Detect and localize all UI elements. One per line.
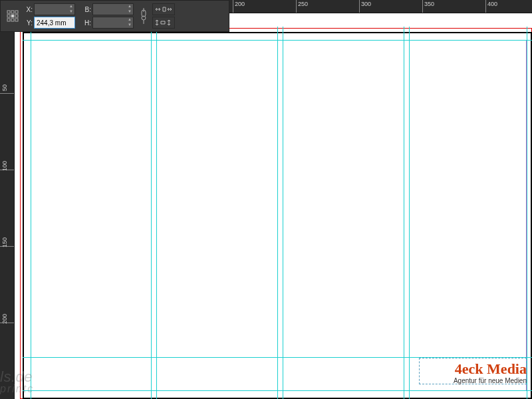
y-label: Y: [23,19,33,27]
logo-sub-text: Agentur für neue Medien [420,377,527,384]
transform-control-bar: X: ▲▼ Y: 244,3 mm B: ▲▼ H: ▲▼ [0,0,229,32]
ruler-tick-label: 100 [1,161,8,171]
watermark: ls.de printc [0,368,34,395]
ruler-tick-label: 300 [361,1,371,7]
svg-rect-5 [15,15,18,17]
svg-rect-6 [7,19,10,21]
svg-rect-8 [15,19,18,21]
y-value: 244,3 mm [37,19,66,27]
horizontal-ruler[interactable]: 200 250 300 350 400 [229,0,532,13]
ruler-tick-label: 150 [1,237,8,247]
logo-block[interactable]: 4eck Media Agentur für neue Medien [420,362,527,384]
height-input[interactable]: ▲▼ [92,17,134,29]
y-input[interactable]: 244,3 mm [34,17,75,29]
vertical-ruler[interactable]: 50 100 150 200 [0,13,15,399]
ruler-tick-label: 200 [1,314,8,324]
ruler-tick-label: 350 [424,1,434,7]
ruler-tick-label: 50 [1,84,8,91]
svg-rect-7 [11,19,14,21]
page-border [23,32,532,399]
scale-horizontal-button[interactable] [152,3,175,15]
document-canvas[interactable]: 4eck Media Agentur für neue Medien [15,13,532,399]
svg-rect-4 [11,15,14,17]
svg-rect-2 [15,11,18,13]
x-input[interactable]: ▲▼ [34,3,75,15]
watermark-line: printc [0,383,34,395]
ruler-tick-label: 200 [235,1,245,7]
constrain-link-icon[interactable] [140,7,147,25]
scale-vertical-button[interactable] [152,17,175,29]
w-label: B: [82,6,91,13]
logo-main-text: 4eck Media [420,362,527,376]
ruler-tick-label: 400 [487,1,497,7]
h-label: H: [82,19,91,27]
ruler-tick-label: 250 [298,1,308,7]
svg-rect-1 [11,11,14,13]
reference-point-icon[interactable] [5,3,21,29]
x-label: X: [23,6,33,13]
svg-rect-3 [7,15,10,17]
svg-rect-0 [7,11,10,13]
width-input[interactable]: ▲▼ [92,3,134,15]
